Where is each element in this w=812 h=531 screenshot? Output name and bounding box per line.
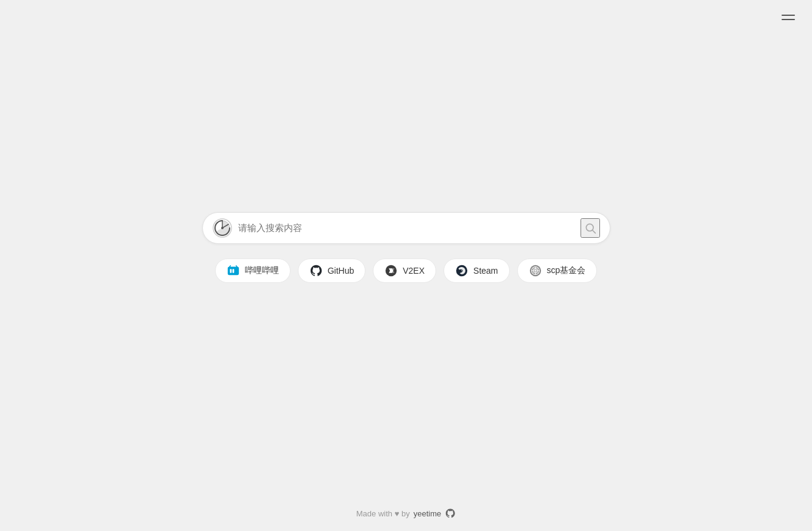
svg-line-4 xyxy=(592,230,595,233)
search-section: 哔哩哔哩 GitHub V2EX Ste xyxy=(202,212,610,283)
footer-github-icon xyxy=(445,508,456,519)
scp-label: scp基金会 xyxy=(547,265,586,276)
bilibili-icon xyxy=(227,264,240,277)
shortcut-v2ex[interactable]: V2EX xyxy=(373,258,436,283)
search-bar xyxy=(202,212,610,244)
svg-point-15 xyxy=(461,270,462,271)
menu-button[interactable] xyxy=(779,12,797,23)
app-logo xyxy=(213,218,232,238)
svg-rect-6 xyxy=(230,269,231,273)
svg-point-2 xyxy=(221,227,224,229)
v2ex-label: V2EX xyxy=(403,266,425,276)
steam-icon xyxy=(455,264,468,277)
bilibili-label: 哔哩哔哩 xyxy=(245,265,279,276)
v2ex-icon xyxy=(384,264,398,277)
footer-text: Made with ♥ by xyxy=(356,509,410,518)
footer-brand: yeetime xyxy=(414,509,442,518)
search-input[interactable] xyxy=(238,223,581,233)
shortcut-bilibili[interactable]: 哔哩哔哩 xyxy=(215,258,291,283)
shortcut-steam[interactable]: Steam xyxy=(443,258,509,283)
svg-rect-7 xyxy=(232,269,234,273)
shortcut-github[interactable]: GitHub xyxy=(298,258,366,283)
github-label: GitHub xyxy=(328,266,355,276)
scp-icon xyxy=(529,264,542,277)
search-submit-button[interactable] xyxy=(581,218,600,238)
shortcuts-bar: 哔哩哔哩 GitHub V2EX Ste xyxy=(215,258,598,283)
steam-label: Steam xyxy=(473,266,498,276)
footer: Made with ♥ by yeetime xyxy=(356,508,456,519)
shortcut-scp[interactable]: scp基金会 xyxy=(517,258,598,283)
github-icon xyxy=(309,264,323,277)
